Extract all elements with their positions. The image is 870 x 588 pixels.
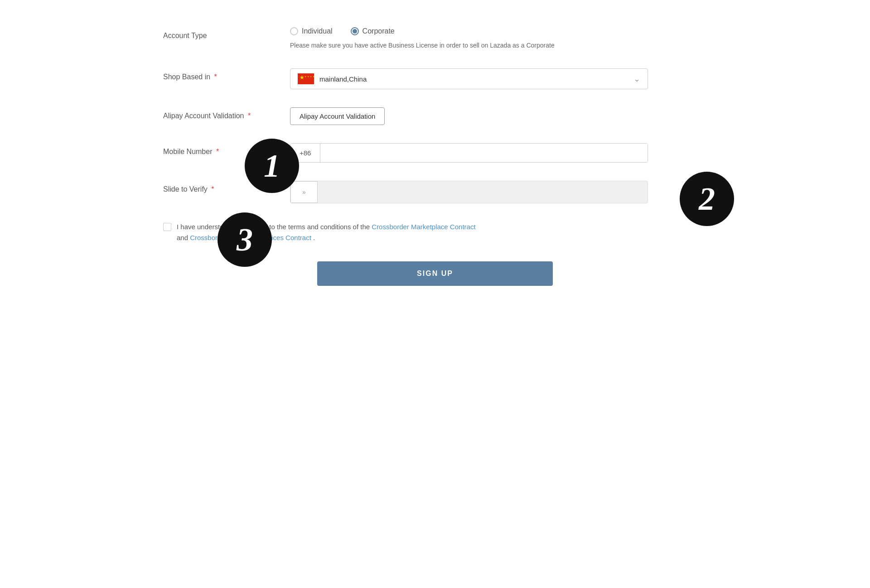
account-type-label: Account Type xyxy=(163,27,290,41)
terms-section: I have understood and agreed to the term… xyxy=(163,222,707,243)
country-code-display: +86 xyxy=(290,144,320,162)
required-asterisk-slide: * xyxy=(211,185,214,193)
slide-to-verify-label: Slide to Verify * xyxy=(163,181,290,194)
mobile-input-group: +86 xyxy=(290,143,648,163)
required-asterisk-shop: * xyxy=(214,73,217,81)
mobile-number-row: Mobile Number * +86 1 xyxy=(163,143,707,163)
required-asterisk-alipay: * xyxy=(248,112,251,120)
mobile-number-input[interactable] xyxy=(320,144,648,162)
alipay-content: Alipay Account Validation xyxy=(290,107,707,125)
registration-form: Account Type Individual Corporate Please… xyxy=(163,27,707,286)
chevron-down-icon: ⌄ xyxy=(633,74,640,84)
account-type-content: Individual Corporate Please make sure yo… xyxy=(290,27,707,50)
alipay-row: Alipay Account Validation * Alipay Accou… xyxy=(163,107,707,125)
slide-verify-widget[interactable]: » xyxy=(290,181,648,203)
account-type-row: Account Type Individual Corporate Please… xyxy=(163,27,707,50)
terms-text: I have understood and agreed to the term… xyxy=(177,222,476,243)
shop-based-in-label: Shop Based in * xyxy=(163,68,290,82)
account-type-note: Please make sure you have active Busines… xyxy=(290,41,607,50)
radio-corporate[interactable]: Corporate xyxy=(351,27,395,35)
alipay-validation-button[interactable]: Alipay Account Validation xyxy=(290,107,385,125)
account-type-radio-group: Individual Corporate xyxy=(290,27,707,35)
mobile-number-label: Mobile Number * xyxy=(163,143,290,157)
radio-circle-corporate[interactable] xyxy=(351,27,359,35)
required-asterisk-mobile: * xyxy=(216,148,219,155)
terms-checkbox[interactable] xyxy=(163,223,171,231)
shop-based-in-row: Shop Based in * mainland,China ⌄ xyxy=(163,68,707,89)
signup-container: SIGN UP xyxy=(163,261,707,286)
radio-circle-individual[interactable] xyxy=(290,27,298,35)
slide-to-verify-content: » xyxy=(290,181,707,203)
slide-to-verify-row: Slide to Verify * » 2 xyxy=(163,181,707,203)
mobile-number-content: +86 xyxy=(290,143,707,163)
shop-based-in-dropdown[interactable]: mainland,China ⌄ xyxy=(290,68,648,89)
dropdown-left: mainland,China xyxy=(298,73,367,84)
terms-row: I have understood and agreed to the term… xyxy=(163,222,684,243)
china-flag-icon xyxy=(298,73,314,84)
crossborder-logistics-link[interactable]: Crossborder Logistics Services Contract xyxy=(190,234,313,241)
shop-based-in-content: mainland,China ⌄ xyxy=(290,68,707,89)
alipay-label: Alipay Account Validation * xyxy=(163,107,290,121)
selected-country: mainland,China xyxy=(319,75,367,83)
signup-button[interactable]: SIGN UP xyxy=(317,261,553,286)
slide-handle[interactable]: » xyxy=(290,181,318,203)
crossborder-marketplace-link[interactable]: Crossborder Marketplace Contract xyxy=(372,223,475,231)
radio-individual[interactable]: Individual xyxy=(290,27,333,35)
